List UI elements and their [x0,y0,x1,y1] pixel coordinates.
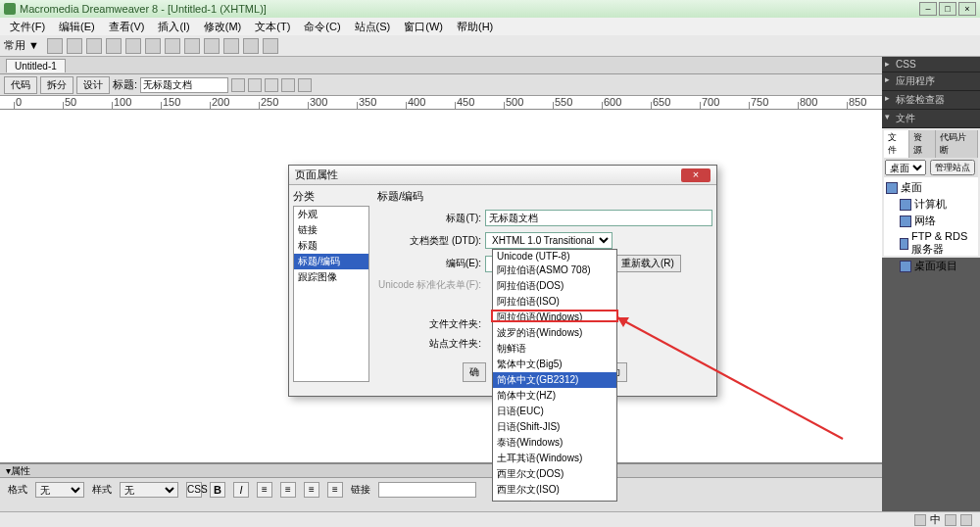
doc-tab-untitled[interactable]: Untitled-1 [6,59,66,72]
tb-icon-10[interactable] [223,38,239,54]
encoding-option[interactable]: 阿拉伯语(ISO) [493,294,616,310]
manage-sites-button[interactable]: 管理站点 [930,160,975,175]
encoding-option[interactable]: Unicode (UTF-8) [493,250,616,263]
dlg-docfolder-label: 文件文件夹: [377,317,481,331]
tb-icon-3[interactable] [86,38,102,54]
menu-窗口w[interactable]: 窗口(W) [398,19,449,35]
tb-icon-7[interactable] [165,38,180,54]
encoding-option[interactable]: 阿拉伯语(ASMO 708) [493,263,616,278]
tree-item[interactable]: 网络 [886,213,976,229]
file-tree[interactable]: 桌面计算机网络FTP & RDS 服务器桌面项目 [884,177,978,256]
encoding-option[interactable]: 土耳其语(Windows) [493,451,616,466]
encoding-option[interactable]: 朝鲜语 [493,341,616,357]
encoding-option[interactable]: 泰语(Windows) [493,435,616,451]
doc-tb-icon-1[interactable] [231,78,245,92]
link-input[interactable] [378,482,476,498]
category-item[interactable]: 标题 [294,238,368,254]
doc-tb-icon-2[interactable] [248,78,262,92]
style-select[interactable]: 无 [120,482,178,498]
dlg-title-input[interactable] [485,210,712,226]
file-tab-2[interactable]: 代码片断 [936,130,979,158]
encoding-option[interactable]: 繁体中文(Big5) [493,357,616,372]
encoding-option[interactable]: 日语(Shift-JIS) [493,419,616,435]
encoding-option[interactable]: 阿拉伯语(DOS) [493,278,616,294]
menu-命令c[interactable]: 命令(C) [298,19,346,35]
encoding-option[interactable]: 日语(EUC) [493,404,616,419]
dlg-doctype-select[interactable]: XHTML 1.0 Transitional [485,232,612,249]
doc-title-input[interactable] [140,77,228,93]
tb-icon-8[interactable] [184,38,200,54]
windows-taskbar-tray: 中 [0,511,980,527]
tree-item[interactable]: FTP & RDS 服务器 [886,229,976,258]
format-select[interactable]: 无 [35,482,84,498]
toolbar-category[interactable]: 常用 ▼ [4,38,39,53]
properties-header[interactable]: 属性 [0,464,882,478]
category-item[interactable]: 外观 [294,207,368,222]
menu-站点s[interactable]: 站点(S) [349,19,397,35]
tb-icon-1[interactable] [47,38,63,54]
encoding-option[interactable]: 西里尔文(KOI8-R) [493,498,616,502]
tb-icon-11[interactable] [243,38,259,54]
tray-icon-1[interactable] [914,514,926,526]
close-button[interactable]: × [958,2,976,16]
tb-icon-2[interactable] [67,38,82,54]
tb-icon-6[interactable] [145,38,161,54]
view-design-button[interactable]: 设计 [76,76,110,94]
encoding-option[interactable]: 阿拉伯语(Windows) [493,310,616,325]
view-split-button[interactable]: 拆分 [40,76,74,94]
encoding-option[interactable]: 简体中文(GB2312) [493,372,616,388]
menu-编辑e[interactable]: 编辑(E) [53,19,101,35]
panel-tag-inspector[interactable]: 标签检查器 [882,91,980,110]
file-tab-0[interactable]: 文件 [884,130,909,158]
minimize-button[interactable]: – [919,2,937,16]
doc-tb-icon-5[interactable] [298,78,312,92]
category-item[interactable]: 链接 [294,222,368,238]
tb-icon-12[interactable] [263,38,278,54]
insert-toolbar: 常用 ▼ [0,35,980,57]
dlg-ok-button[interactable]: 确 [463,362,486,382]
tray-icon-3[interactable] [960,514,972,526]
panel-application[interactable]: 应用程序 [882,72,980,91]
align-right-button[interactable]: ≡ [304,482,319,498]
view-code-button[interactable]: 代码 [4,76,37,94]
panel-files[interactable]: 文件 [882,110,980,128]
italic-button[interactable]: I [233,482,249,498]
menu-查看v[interactable]: 查看(V) [103,19,151,35]
encoding-option[interactable]: 波罗的语(Windows) [493,325,616,341]
network-icon [900,216,911,227]
category-list[interactable]: 外观链接标题标题/编码跟踪图像 [293,206,369,382]
category-header: 分类 [293,189,369,204]
dlg-reload-button[interactable]: 重新载入(R) [614,255,681,272]
doc-tb-icon-3[interactable] [265,78,278,92]
maximize-button[interactable]: □ [939,2,956,16]
css-button[interactable]: CSS [186,482,202,498]
menu-文件f[interactable]: 文件(F) [4,19,51,35]
file-tab-1[interactable]: 资源 [909,130,935,158]
encoding-option[interactable]: 简体中文(HZ) [493,388,616,404]
tree-item[interactable]: 桌面 [886,179,976,196]
ime-indicator[interactable]: 中 [930,512,941,527]
tb-icon-5[interactable] [125,38,141,54]
tb-icon-4[interactable] [106,38,122,54]
align-left-button[interactable]: ≡ [257,482,272,498]
tree-item[interactable]: 桌面项目 [886,258,976,274]
category-item[interactable]: 标题/编码 [294,254,368,269]
doc-tb-icon-4[interactable] [281,78,295,92]
panel-css[interactable]: CSS [882,57,980,72]
tree-item[interactable]: 计算机 [886,196,976,213]
menu-插入i[interactable]: 插入(I) [152,19,195,35]
encoding-option[interactable]: 西里尔文(DOS) [493,466,616,482]
tray-icon-2[interactable] [945,514,956,526]
tb-icon-9[interactable] [204,38,220,54]
bold-button[interactable]: B [210,482,225,498]
encoding-dropdown-list[interactable]: Unicode (UTF-8)阿拉伯语(ASMO 708)阿拉伯语(DOS)阿拉… [492,249,617,502]
menu-修改m[interactable]: 修改(M) [198,19,248,35]
align-center-button[interactable]: ≡ [280,482,296,498]
dialog-close-button[interactable]: × [681,168,710,182]
encoding-option[interactable]: 西里尔文(ISO) [493,482,616,498]
align-justify-button[interactable]: ≡ [327,482,343,498]
menu-文本t[interactable]: 文本(T) [249,19,296,35]
site-dropdown[interactable]: 桌面 [885,160,926,175]
category-item[interactable]: 跟踪图像 [294,269,368,285]
menu-帮助h[interactable]: 帮助(H) [451,19,499,35]
